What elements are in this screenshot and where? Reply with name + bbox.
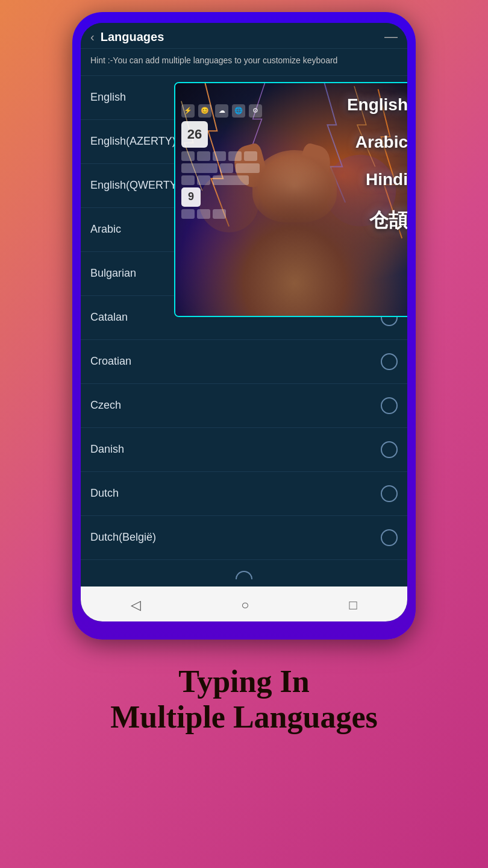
overlay-label-hindi: Hindi	[347, 170, 407, 189]
kb-key	[228, 151, 242, 161]
kb-icon-2: 😊	[198, 104, 211, 118]
lang-item-danish[interactable]: Danish	[81, 428, 407, 472]
lang-item-czech[interactable]: Czech	[81, 384, 407, 428]
keyboard-rows: ⚡ 😊 ☁ 🌐 ⚙ 26	[181, 104, 262, 221]
navigation-bar: ◁ ○ □	[81, 587, 407, 621]
kb-key-med	[236, 163, 260, 173]
keyboard-bg: ⚡ 😊 ☁ 🌐 ⚙ 26	[175, 83, 407, 316]
kb-key	[220, 163, 233, 173]
partial-circle	[236, 571, 252, 579]
kb-key	[181, 209, 195, 219]
kb-row-4	[181, 209, 262, 219]
kb-key	[197, 151, 210, 161]
kb-icon-5: ⚙	[249, 104, 262, 118]
kb-key-wide	[213, 175, 249, 185]
nav-recent-button[interactable]: □	[337, 595, 369, 615]
lang-item-dutch[interactable]: Dutch	[81, 472, 407, 516]
back-button[interactable]: ‹	[90, 30, 95, 44]
kb-row-2	[181, 163, 262, 173]
bottom-text-area: Typing In Multiple Languages	[92, 640, 396, 736]
bottom-headline: Typing In Multiple Languages	[110, 664, 378, 736]
hint-text: Hint :-You can add multiple languages to…	[81, 49, 407, 76]
phone-inner: ‹ Languages — Hint :-You can add multipl…	[81, 23, 407, 621]
check-dutch	[381, 485, 398, 502]
overlay-label-english: English	[347, 95, 407, 115]
overlay-label-chinese: 仓頡	[347, 207, 407, 234]
kb-icon-1: ⚡	[181, 104, 195, 118]
kb-key	[244, 151, 257, 161]
nav-back-button[interactable]: ◁	[119, 595, 153, 615]
kb-row-3	[181, 175, 262, 185]
page-title: Languages	[101, 30, 384, 44]
nav-home-button[interactable]: ○	[229, 595, 261, 615]
kb-number-26: 26	[181, 121, 208, 148]
check-danish	[381, 441, 398, 458]
menu-icon[interactable]: —	[384, 29, 398, 45]
kb-key	[213, 209, 226, 219]
kb-icon-3: ☁	[215, 104, 228, 118]
keyboard-preview-overlay: ⚡ 😊 ☁ 🌐 ⚙ 26	[174, 82, 407, 317]
language-list: English English(AZERTY) English(QWERTY) …	[81, 76, 407, 587]
check-czech	[381, 397, 398, 414]
top-bar: ‹ Languages —	[81, 23, 407, 49]
kb-key	[213, 151, 226, 161]
check-dutch-belgie	[381, 529, 398, 546]
overlay-label-arabic: Arabic	[347, 133, 407, 152]
kb-icon-4: 🌐	[232, 104, 245, 118]
check-croatian	[381, 353, 398, 370]
kb-key	[197, 175, 210, 185]
kb-key	[181, 151, 195, 161]
keyboard-top-icons: ⚡ 😊 ☁ 🌐 ⚙	[181, 104, 262, 118]
phone-frame: ‹ Languages — Hint :-You can add multipl…	[72, 12, 416, 640]
kb-row-1	[181, 151, 262, 161]
kb-number-9: 9	[181, 187, 201, 207]
lang-item-dutch-belgie[interactable]: Dutch(België)	[81, 516, 407, 560]
lang-item-croatian[interactable]: Croatian	[81, 340, 407, 384]
kb-key	[197, 209, 210, 219]
kb-key-wide	[181, 163, 217, 173]
overlay-language-labels: English Arabic Hindi 仓頡	[347, 95, 407, 234]
kb-key	[181, 175, 195, 185]
